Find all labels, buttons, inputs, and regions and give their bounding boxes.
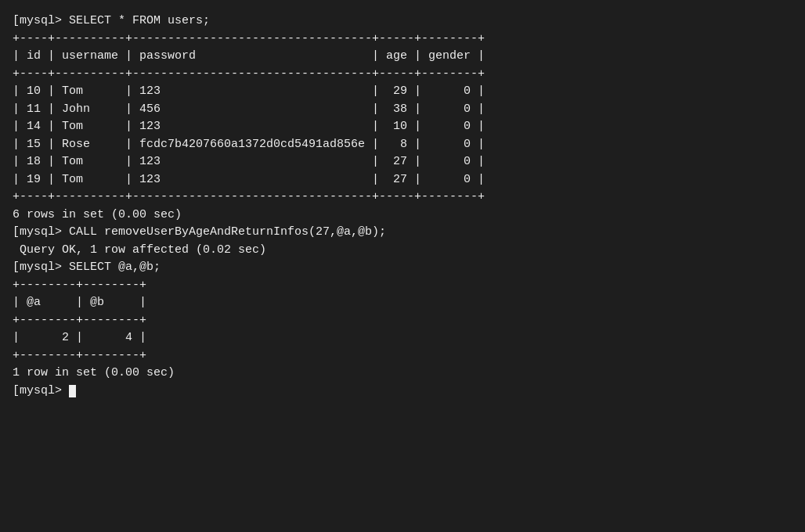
terminal-line-1: +----+----------+-----------------------… [13,31,792,49]
terminal-line-18: | @a | @b | [13,294,792,312]
terminal-line-22: 1 row in set (0.00 sec) [13,365,792,383]
terminal-line-21: +--------+--------+ [13,347,792,365]
terminal-line-8: | 18 | Tom | 123 | 27 | 0 | [13,153,792,171]
terminal-line-6: | 14 | Tom | 123 | 10 | 0 | [13,118,792,136]
terminal-line-4: | 10 | Tom | 123 | 29 | 0 | [13,83,792,101]
terminal-line-11: 6 rows in set (0.00 sec) [13,207,792,225]
terminal-line-2: | id | username | password | age | gende… [13,48,792,66]
terminal-line-13: [mysql> CALL removeUserByAgeAndReturnInf… [13,224,792,242]
cursor-line: [mysql> [13,383,792,401]
terminal-line-16: [mysql> SELECT @a,@b; [13,259,792,277]
terminal-line-14: Query OK, 1 row affected (0.02 sec) [13,242,792,260]
terminal-line-0: [mysql> SELECT * FROM users; [13,13,792,31]
terminal-line-5: | 11 | John | 456 | 38 | 0 | [13,101,792,119]
terminal: [mysql> SELECT * FROM users;+----+------… [13,13,792,400]
terminal-line-17: +--------+--------+ [13,277,792,295]
terminal-line-9: | 19 | Tom | 123 | 27 | 0 | [13,171,792,189]
terminal-line-10: +----+----------+-----------------------… [13,189,792,207]
terminal-line-20: | 2 | 4 | [13,329,792,347]
terminal-line-7: | 15 | Rose | fcdc7b4207660a1372d0cd5491… [13,136,792,154]
terminal-line-19: +--------+--------+ [13,312,792,330]
terminal-line-3: +----+----------+-----------------------… [13,66,792,84]
